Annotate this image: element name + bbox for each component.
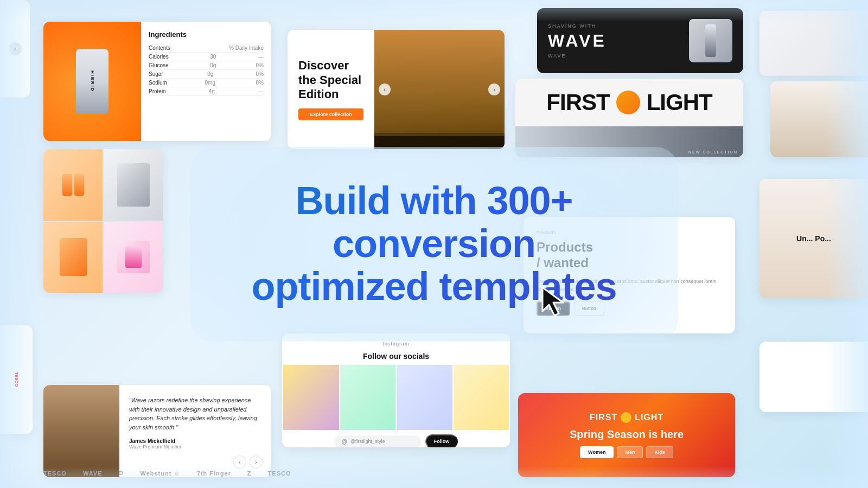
- can-group: [62, 174, 84, 196]
- fl-text-right: LIGHT: [647, 89, 712, 115]
- hibrid-can-image: HiBRID: [43, 22, 141, 141]
- testimonial-author-role: Wave Premium Member: [129, 444, 261, 450]
- fl-collection-label: NEW COLLECTION: [688, 150, 738, 154]
- socials-card: Instagram Follow our socials @ @firstlig…: [282, 333, 510, 447]
- logo-tesco-2: TESCO: [268, 470, 291, 477]
- fl-red-brand-text: FIRST: [590, 413, 617, 422]
- fl-kids-button[interactable]: Kids: [646, 446, 673, 458]
- fl-text-left: FIRST: [546, 89, 609, 115]
- tesco-partial-card: TESCO: [0, 325, 33, 434]
- wave-product-image: [689, 19, 732, 62]
- follow-button[interactable]: Follow: [425, 434, 458, 447]
- grid-cell-2: [104, 149, 163, 221]
- tesco-logo: TESCO: [14, 372, 19, 387]
- fl-red-logo: FIRST LIGHT: [590, 412, 663, 423]
- logo-tesco-1: TESCO: [43, 470, 67, 477]
- hibrid-brand-label: HiBRID: [90, 70, 95, 92]
- ingredients-card: HiBRID Ingredients Contents % Daily Inta…: [43, 22, 271, 141]
- socials-grid: [283, 365, 509, 430]
- hibrid-grid-card: [43, 149, 163, 293]
- fl-red-brand-text2: LIGHT: [635, 413, 663, 422]
- ingredients-table: Ingredients Contents % Daily Intake Calo…: [141, 22, 271, 141]
- wave-large-text: WAVE: [548, 31, 607, 51]
- social-image-3: [397, 365, 452, 430]
- testimonial-quote: "Wave razors redefine the shaving experi…: [129, 396, 261, 432]
- next-arrow[interactable]: ›: [488, 84, 500, 95]
- table-row: Sodium 0mg 0%: [149, 79, 264, 87]
- discover-card: Discover the Special Edition Explore col…: [288, 30, 505, 149]
- logo-circle: ⊙: [118, 470, 124, 477]
- product-box: [117, 241, 150, 273]
- fl-women-button[interactable]: Women: [580, 446, 614, 458]
- grid-cell-3: [43, 222, 103, 293]
- right-partial-top: [760, 11, 868, 76]
- partial-model: [770, 81, 868, 157]
- social-image-1: [283, 365, 339, 430]
- social-image-4: [454, 365, 509, 430]
- table-row: Protein 4g —: [149, 87, 264, 96]
- wave-small-text: SHAVING WITH: [548, 23, 607, 29]
- wave-top-card: SHAVING WITH WAVE WAVE: [537, 8, 743, 73]
- discover-text-side: Discover the Special Edition Explore col…: [288, 30, 374, 149]
- logo-wave: WAVE: [83, 470, 103, 477]
- ingredients-title: Ingredients: [149, 30, 264, 38]
- can-1: [62, 174, 72, 196]
- testimonial-author-name: James Mickelfield: [129, 438, 261, 444]
- socials-input[interactable]: @ @firstlight_style: [334, 435, 421, 448]
- fl-red-sun-icon: [621, 412, 631, 423]
- logo-z: Z: [247, 470, 252, 477]
- discover-model-image: ‹ › kbook • Spring Lookbook • Spr kbook …: [374, 30, 505, 149]
- product-image: [117, 163, 150, 207]
- explore-collection-button[interactable]: Explore collection: [298, 108, 363, 120]
- socials-placeholder: @firstlight_style: [350, 439, 385, 444]
- first-light-card: FIRST LIGHT NEW COLLECTION: [515, 79, 743, 157]
- at-icon: @: [342, 439, 347, 445]
- table-row: Sugar 0g 0%: [149, 70, 264, 79]
- table-row: Contents % Daily Intake: [149, 44, 264, 53]
- prev-arrow[interactable]: ‹: [379, 84, 391, 95]
- logo-webstunt: Webstunt ☺: [140, 470, 180, 477]
- right-partial-bottom: [770, 81, 868, 157]
- table-row: Glucose 0g 0%: [149, 61, 264, 70]
- hibrid-can: HiBRID: [76, 49, 108, 114]
- main-scene: Build with 300+ conversion optimized tem…: [0, 0, 868, 488]
- left-arrow-partial: ›: [0, 0, 30, 98]
- fl-red-buttons: Women Men Kids: [580, 446, 673, 458]
- far-right-text: Un... Po...: [791, 229, 837, 248]
- hero-title: Build with 300+ conversion optimized tem…: [212, 179, 656, 309]
- hero-section: Build with 300+ conversion optimized tem…: [190, 147, 678, 341]
- fl-sun-icon: [616, 91, 640, 114]
- social-image-2: [340, 365, 396, 430]
- grid-cell-1: [43, 149, 103, 221]
- first-light-header: FIRST LIGHT: [515, 79, 743, 126]
- socials-title: Follow our socials: [282, 352, 510, 361]
- far-right-top-card: Un... Po...: [760, 179, 868, 298]
- first-light-red-card: FIRST LIGHT Spring Season is here Women …: [518, 393, 735, 477]
- far-right-bottom-card: [760, 342, 868, 412]
- product-shape: [125, 246, 142, 268]
- cursor-icon: [538, 283, 571, 316]
- discover-heading: Discover the Special Edition: [298, 59, 363, 101]
- left-arrow-icon[interactable]: ›: [9, 42, 22, 55]
- wave-product-shape: [705, 24, 716, 57]
- socials-footer: @ @firstlight_style Follow: [282, 430, 510, 447]
- fl-red-tagline: Spring Season is here: [570, 428, 684, 441]
- can-2: [74, 174, 84, 196]
- table-row: Calories 30 —: [149, 53, 264, 61]
- carousel-nav: ‹ ›: [374, 84, 505, 95]
- wave-label: WAVE: [548, 53, 607, 59]
- fl-men-button[interactable]: Men: [617, 446, 643, 458]
- grid-cell-4: [104, 222, 163, 293]
- can-3: [60, 238, 87, 276]
- wave-section: SHAVING WITH WAVE WAVE: [548, 23, 607, 59]
- logo-7th-finger: 7th Finger: [197, 470, 231, 477]
